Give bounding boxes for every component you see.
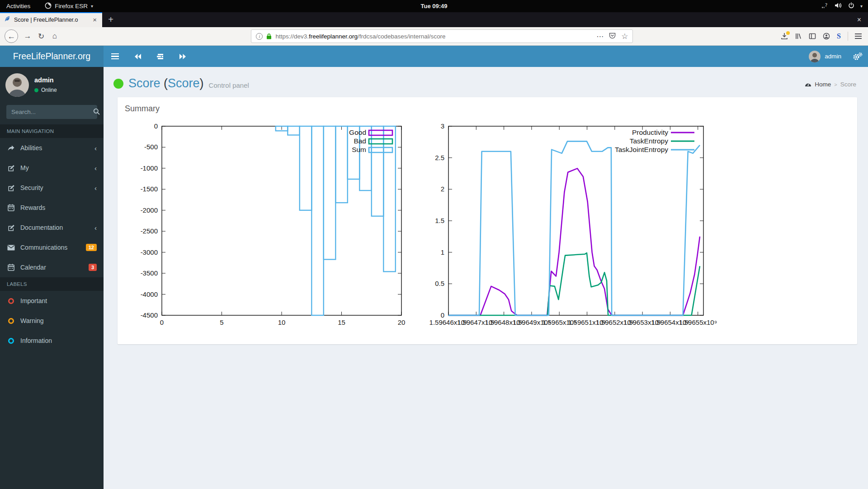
page-subtitle: Control panel: [209, 78, 249, 89]
task-list-button[interactable]: [149, 46, 171, 67]
edit-icon: [7, 224, 15, 231]
sidebar-label-warning[interactable]: Warning: [0, 311, 104, 331]
svg-text:-3500: -3500: [141, 269, 158, 277]
svg-text:TaskEntropy: TaskEntropy: [630, 137, 669, 145]
browser-menu-button[interactable]: [855, 33, 862, 38]
svg-text:-4000: -4000: [141, 290, 158, 298]
url-bar[interactable]: i https://dev3.freelifeplanner.org/frdcs…: [251, 29, 633, 43]
sidebar-section-header: LABELS: [0, 277, 104, 291]
chevron-left-icon: ‹: [94, 224, 97, 232]
svg-text:-3000: -3000: [141, 248, 158, 256]
svg-text:TaskJointEntropy: TaskJointEntropy: [615, 146, 668, 153]
new-tab-button[interactable]: +: [102, 12, 119, 27]
app-brand[interactable]: FreeLifePlanner.org: [0, 46, 104, 67]
browser-tab-active[interactable]: Score | FreeLifePlanner.o ×: [0, 12, 102, 27]
app-menu-button[interactable]: Firefox ESR ▾: [41, 0, 97, 12]
sidebar-item-rewards[interactable]: Rewards: [0, 198, 104, 218]
app-menu-label: Firefox ESR: [55, 3, 88, 9]
calendar-icon: [7, 264, 15, 271]
user-menu-button[interactable]: admin: [803, 46, 847, 67]
content-header: Score (Score) Control panel Home > Score: [104, 67, 868, 90]
circle-outline-icon: [8, 318, 14, 324]
downloads-button[interactable]: [781, 33, 788, 40]
sidebar-item-my[interactable]: My ‹: [0, 158, 104, 178]
sidebar-item-calendar[interactable]: Calendar 3: [0, 257, 104, 277]
svg-text:0: 0: [154, 122, 158, 130]
share-icon: [7, 145, 15, 152]
system-top-bar: Activities Firefox ESR ▾ Tue 09:49 ? ▾: [0, 0, 868, 12]
page-actions-icon[interactable]: ⋯: [596, 32, 604, 41]
chevron-down-icon: ▾: [860, 4, 863, 9]
window-close-button[interactable]: ×: [850, 12, 868, 27]
sidebar-username: admin: [34, 76, 57, 84]
svg-text:0: 0: [441, 311, 444, 319]
svg-text:?: ?: [825, 2, 828, 8]
system-tray[interactable]: ? ▾: [821, 0, 868, 12]
bookmark-star-icon[interactable]: ☆: [621, 32, 628, 41]
sidebar-item-documentation[interactable]: Documentation ‹: [0, 218, 104, 237]
chevron-left-icon: ‹: [94, 164, 97, 172]
forward-button[interactable]: →: [21, 29, 34, 43]
sidebar-toggle-button[interactable]: [809, 33, 816, 40]
svg-text:1.5: 1.5: [435, 217, 444, 224]
main-content: Score (Score) Control panel Home > Score…: [104, 67, 868, 489]
breadcrumb-separator: >: [834, 82, 837, 87]
breadcrumb-home-link[interactable]: Home: [815, 81, 831, 88]
fast-forward-button[interactable]: [171, 46, 194, 67]
sidebar-item-communications[interactable]: Communications 12: [0, 237, 104, 257]
svg-text:0.5: 0.5: [435, 280, 444, 287]
download-notification-dot: [786, 31, 790, 35]
clock[interactable]: Tue 09:49: [420, 3, 447, 9]
home-button[interactable]: ⌂: [48, 29, 61, 43]
tab-close-button[interactable]: ×: [91, 15, 98, 24]
search-button[interactable]: [91, 106, 102, 118]
svg-text:-2000: -2000: [141, 206, 158, 214]
svg-text:20: 20: [398, 318, 406, 326]
rewind-button[interactable]: [126, 46, 149, 67]
svg-text:Good: Good: [349, 128, 366, 136]
circle-outline-icon: [8, 298, 14, 304]
dashboard-icon: [805, 81, 811, 88]
breadcrumb-current: Score: [840, 81, 856, 88]
svg-text:0: 0: [160, 318, 164, 326]
sidebar-label-important[interactable]: Important: [0, 291, 104, 311]
toolbar-separator: [848, 32, 848, 41]
svg-text:15: 15: [338, 318, 345, 326]
page-info-icon[interactable]: i: [256, 33, 263, 40]
avatar: [5, 73, 29, 97]
tab-title: Score | FreeLifePlanner.o: [14, 17, 88, 23]
pocket-icon[interactable]: [609, 33, 616, 40]
status-dot: [113, 79, 123, 89]
back-button[interactable]: ←: [5, 29, 18, 43]
reload-button[interactable]: ↻: [34, 29, 48, 43]
chart-good-bad-sum: 051015200-500-1000-1500-2000-2500-3000-3…: [127, 120, 407, 331]
library-button[interactable]: [795, 33, 802, 40]
browser-toolbar: ← → ↻ ⌂ i https://dev3.freelifeplanner.o…: [0, 27, 868, 46]
svg-text:-1500: -1500: [141, 185, 158, 193]
lock-icon: [266, 33, 272, 39]
chevron-down-icon: ▾: [91, 4, 93, 9]
sidebar-search: [6, 105, 97, 119]
online-status-dot: [34, 88, 38, 92]
sidebar-item-abilities[interactable]: Abilities ‹: [0, 138, 104, 158]
svg-text:10: 10: [278, 318, 286, 326]
settings-gears-button[interactable]: [847, 46, 868, 67]
user-status[interactable]: Online: [34, 87, 57, 93]
sidebar-collapse-button[interactable]: [104, 46, 126, 67]
s-extension-button[interactable]: S: [837, 32, 841, 40]
svg-text:2.5: 2.5: [435, 154, 444, 161]
account-button[interactable]: [823, 33, 830, 40]
sidebar-label-information[interactable]: Information: [0, 331, 104, 351]
breadcrumb: Home > Score: [805, 79, 856, 88]
sidebar-item-security[interactable]: Security ‹: [0, 178, 104, 198]
screen: Activities Firefox ESR ▾ Tue 09:49 ? ▾: [0, 0, 868, 489]
search-input[interactable]: [11, 109, 91, 115]
communications-badge: 12: [86, 244, 97, 251]
svg-text:1: 1: [441, 248, 444, 256]
url-text: https://dev3.freelifeplanner.org/frdcsa/…: [275, 33, 445, 40]
svg-text:Bad: Bad: [354, 137, 366, 145]
svg-text:Sum: Sum: [352, 146, 366, 153]
hamburger-icon: [855, 33, 862, 38]
browser-tab-bar: Score | FreeLifePlanner.o × + ×: [0, 12, 868, 27]
activities-button[interactable]: Activities: [0, 0, 37, 12]
